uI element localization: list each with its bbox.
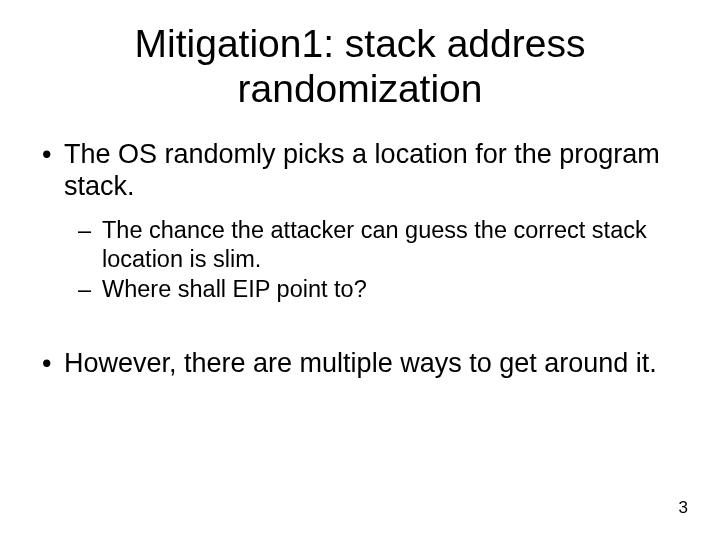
- sub-bullet-point: Where shall EIP point to?: [38, 275, 682, 303]
- page-number: 3: [679, 498, 688, 518]
- bullet-point: The OS randomly picks a location for the…: [38, 138, 682, 203]
- slide-title: Mitigation1: stack address randomization: [38, 22, 682, 112]
- bullet-point: However, there are multiple ways to get …: [38, 347, 682, 379]
- sub-bullet-point: The chance the attacker can guess the co…: [38, 216, 682, 272]
- spacer: [38, 305, 682, 347]
- slide: Mitigation1: stack address randomization…: [0, 0, 720, 540]
